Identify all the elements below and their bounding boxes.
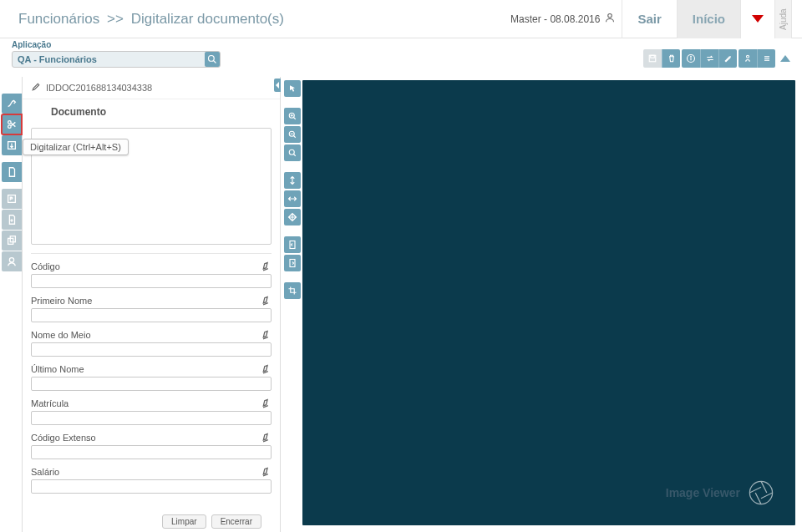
viewer-toolbar (281, 77, 302, 532)
delete-button[interactable] (662, 49, 680, 68)
clear-field-icon[interactable] (258, 293, 272, 308)
field-label: Nome do Meio (31, 330, 91, 340)
field-nome-do-meio: Nome do Meio (31, 329, 272, 357)
swap-button[interactable] (700, 49, 718, 68)
prev-page-tool[interactable] (284, 236, 301, 253)
breadcrumb: Funcionários >> Digitalizar documento(s) (18, 11, 510, 28)
zoom-region-icon (287, 148, 297, 158)
field-input[interactable] (31, 445, 272, 459)
field-label: Primeiro Nome (31, 296, 92, 306)
pan-tool[interactable] (284, 209, 301, 225)
rail-duplicate-button[interactable] (2, 231, 22, 251)
page-next-icon (287, 258, 297, 268)
duplicate-icon (6, 235, 18, 246)
field-label: Matrícula (31, 398, 69, 408)
fit-width-tool[interactable] (284, 190, 301, 207)
field-input[interactable] (31, 342, 272, 357)
clear-field-icon[interactable] (258, 259, 272, 274)
field-input[interactable] (31, 479, 272, 494)
page-prev-icon (287, 240, 297, 250)
top-toolbar (643, 49, 790, 68)
person-icon (743, 53, 753, 63)
field-input[interactable] (31, 274, 272, 288)
svg-point-13 (8, 125, 12, 129)
header-dropdown[interactable] (740, 0, 775, 38)
svg-point-37 (749, 481, 772, 504)
next-page-tool[interactable] (284, 255, 301, 271)
wrench-icon (723, 53, 733, 63)
fit-width-icon (287, 194, 297, 204)
svg-line-27 (294, 118, 296, 119)
svg-line-34 (294, 155, 296, 156)
rail-route-button[interactable] (2, 94, 22, 114)
list-button[interactable] (757, 49, 775, 68)
field-input[interactable] (31, 411, 272, 425)
page-icon (6, 166, 18, 178)
import-icon (6, 139, 18, 151)
field-label: Salário (31, 467, 59, 477)
clear-field-icon[interactable] (258, 464, 272, 479)
panel-collapse-button[interactable] (274, 79, 281, 92)
user-icon (605, 13, 615, 25)
field-matr-cula: Matrícula (31, 398, 272, 425)
rail-import-button[interactable] (2, 135, 22, 155)
swap-icon (705, 53, 715, 63)
logout-button[interactable]: Sair (622, 0, 676, 38)
zoom-in-tool[interactable] (284, 108, 301, 124)
info-button[interactable] (682, 49, 700, 68)
crop-tool[interactable] (284, 282, 301, 299)
rail-addpage-button[interactable] (2, 210, 22, 230)
person-button[interactable] (739, 49, 757, 68)
svg-point-8 (747, 55, 749, 58)
svg-line-31 (294, 136, 296, 138)
clear-field-icon[interactable] (258, 327, 272, 342)
svg-point-7 (691, 56, 692, 57)
clear-field-icon[interactable] (258, 396, 272, 411)
rail-scan-button[interactable] (2, 114, 22, 134)
field-input[interactable] (31, 377, 272, 391)
app-select-input[interactable] (12, 51, 221, 68)
field-primeiro-nome: Primeiro Nome (31, 295, 272, 322)
addpage-icon (6, 214, 18, 225)
profile-icon (6, 256, 18, 267)
svg-point-18 (9, 258, 13, 262)
zoom-out-tool[interactable] (284, 126, 301, 143)
rail-ocr-button[interactable] (2, 189, 22, 209)
svg-line-2 (214, 61, 216, 63)
scan-tooltip: Digitalizar (Ctrl+Alt+S) (23, 139, 129, 155)
zoom-in-icon (287, 111, 297, 121)
save-icon (647, 53, 657, 63)
rail-page-button[interactable] (2, 162, 22, 182)
document-panel: IDDOC201688134034338 Documento Digitaliz… (22, 77, 281, 532)
clear-button[interactable]: Limpar (162, 514, 206, 529)
left-rail (0, 77, 22, 532)
rail-profile-button[interactable] (2, 251, 22, 271)
close-button[interactable]: Encerrar (211, 514, 261, 529)
field-c-digo-extenso: Código Extenso (31, 432, 272, 459)
fit-height-tool[interactable] (284, 172, 301, 189)
field-c-digo: Código (31, 261, 272, 288)
crumb-funcionarios[interactable]: Funcionários (18, 11, 99, 27)
tools-button[interactable] (718, 49, 737, 68)
save-button[interactable] (643, 49, 662, 68)
help-tab[interactable]: Ajuda (775, 0, 792, 38)
field-sal-rio: Salário (31, 466, 272, 494)
crumb-current: Digitalizar documento(s) (131, 11, 284, 27)
user-info: Master - 08.08.2016 (510, 13, 615, 25)
index-form: CódigoPrimeiro NomeNome do MeioÚltimo No… (31, 253, 272, 532)
svg-point-0 (608, 14, 612, 18)
image-viewer[interactable]: Image Viewer (302, 80, 795, 525)
trash-icon (667, 53, 677, 63)
zoom-region-tool[interactable] (284, 144, 301, 161)
svg-point-33 (289, 149, 294, 155)
pointer-icon (287, 84, 297, 94)
info-icon (686, 53, 696, 63)
field-input[interactable] (31, 308, 272, 322)
pointer-tool[interactable] (284, 80, 301, 97)
clear-field-icon[interactable] (258, 362, 272, 377)
collapse-toolbar-icon[interactable] (780, 55, 790, 62)
home-button[interactable]: Início (677, 0, 740, 38)
clear-field-icon[interactable] (258, 430, 272, 445)
field--ltimo-nome: Último Nome (31, 363, 272, 391)
app-search-button[interactable] (205, 52, 220, 67)
